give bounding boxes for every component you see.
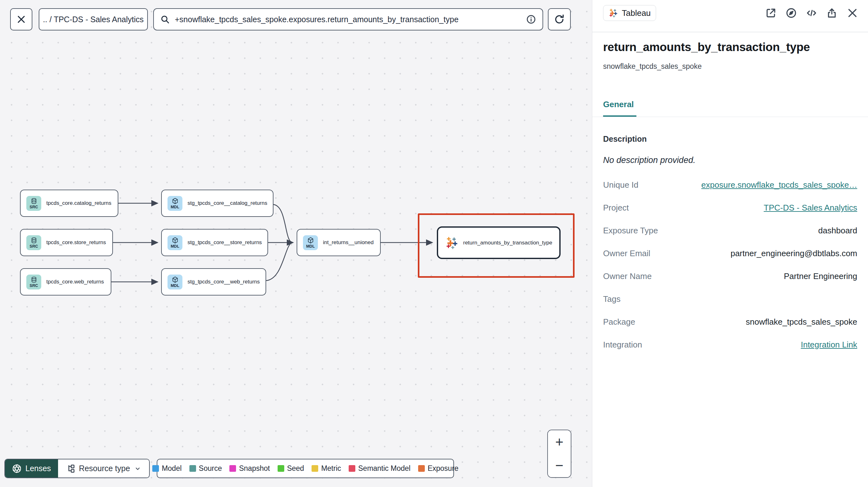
source-badge: SRC — [26, 235, 41, 250]
tableau-badge: Tableau — [603, 5, 656, 21]
integration-link[interactable]: Integration Link — [801, 340, 857, 350]
legend-label: Snapshot — [239, 464, 270, 473]
field-label: Owner Email — [603, 249, 650, 258]
details-fields: Unique Id exposure.snowflake_tpcds_sales… — [603, 173, 857, 356]
field-label: Integration — [603, 340, 642, 350]
zoom-out-button[interactable]: − — [548, 454, 571, 477]
graph-node-source-web-returns[interactable]: SRC tpcds_core.web_returns — [20, 268, 111, 295]
node-label: stg_tpcds_core__store_returns — [187, 239, 262, 246]
node-label: stg_tpcds_core__web_returns — [187, 279, 260, 285]
legend-swatch-snapshot — [229, 465, 236, 472]
graph-node-source-catalog-returns[interactable]: SRC tpcds_core.catalog_returns — [20, 190, 118, 217]
model-badge: MDL — [167, 274, 182, 290]
lenses-button[interactable]: Lenses — [5, 459, 58, 478]
badge-label: MDL — [306, 245, 315, 249]
model-badge: MDL — [303, 235, 318, 250]
legend-item-source: Source — [189, 464, 222, 473]
field-row-tags: Tags — [603, 288, 857, 311]
field-label: Exposure Type — [603, 226, 658, 235]
legend-swatch-seed — [278, 465, 284, 472]
chevron-down-icon — [134, 465, 142, 473]
graph-node-model-stg-web-returns[interactable]: MDL stg_tpcds_core__web_returns — [161, 268, 266, 295]
close-lineage-button[interactable] — [10, 8, 32, 30]
legend-swatch-model — [152, 465, 159, 472]
node-label: stg_tpcds_core__catalog_returns — [187, 200, 267, 206]
field-label: Package — [603, 317, 635, 327]
package-subtitle: snowflake_tpcds_sales_spoke — [603, 62, 702, 71]
legend-label: Exposure — [428, 464, 458, 473]
graph-node-model-stg-store-returns[interactable]: MDL stg_tpcds_core__store_returns — [161, 229, 268, 256]
lenses-icon — [12, 464, 22, 474]
breadcrumb-label: .. / TPC-DS - Sales Analytics — [43, 15, 144, 24]
field-row-owner-email: Owner Email partner_engineering@dbtlabs.… — [603, 242, 857, 265]
info-icon[interactable] — [526, 14, 536, 24]
field-label: Owner Name — [603, 271, 652, 281]
database-icon — [30, 276, 37, 283]
dbt-explorer-app: SRC tpcds_core.catalog_returns SRC tpcds… — [0, 0, 868, 487]
page-title: return_amounts_by_transaction_type — [603, 40, 857, 54]
exposure-type-value: dashboard — [818, 226, 857, 235]
tab-general[interactable]: General — [603, 99, 637, 117]
database-icon — [30, 197, 37, 204]
close-icon — [16, 14, 26, 24]
package-value: snowflake_tpcds_sales_spoke — [746, 317, 857, 327]
model-badge: MDL — [167, 235, 182, 250]
unique-id-link[interactable]: exposure.snowflake_tpcds_sales_spoke… — [702, 180, 857, 190]
graph-node-exposure-return-amounts[interactable]: return_amounts_by_transaction_type — [437, 226, 561, 259]
tabs-divider — [592, 117, 868, 117]
refresh-lineage-button[interactable] — [548, 8, 571, 30]
lineage-search[interactable] — [153, 8, 543, 30]
legend-label: Model — [162, 464, 182, 473]
breadcrumb[interactable]: .. / TPC-DS - Sales Analytics — [39, 8, 148, 30]
tableau-icon — [609, 8, 618, 18]
open-in-new-icon[interactable] — [765, 7, 777, 19]
cube-icon — [307, 237, 314, 244]
lineage-canvas[interactable]: SRC tpcds_core.catalog_returns SRC tpcds… — [0, 0, 592, 487]
explore-compass-icon[interactable] — [785, 7, 797, 19]
field-row-project: Project TPC-DS - Sales Analytics — [603, 196, 857, 219]
cube-icon — [172, 237, 179, 244]
refresh-icon — [554, 14, 565, 25]
tableau-badge-label: Tableau — [622, 8, 651, 18]
graph-node-model-stg-catalog-returns[interactable]: MDL stg_tpcds_core__catalog_returns — [161, 190, 274, 217]
description-empty-text: No description provided. — [603, 155, 695, 165]
share-icon[interactable] — [826, 7, 838, 19]
legend-item-semantic-model: Semantic Model — [349, 464, 410, 473]
badge-label: SRC — [30, 205, 38, 209]
field-row-package: Package snowflake_tpcds_sales_spoke — [603, 311, 857, 333]
legend-swatch-metric — [312, 465, 318, 472]
node-label: tpcds_core.web_returns — [46, 279, 104, 285]
legend-swatch-source — [189, 465, 196, 472]
resource-type-dropdown[interactable]: Resource type — [58, 459, 149, 478]
node-label: tpcds_core.catalog_returns — [46, 200, 111, 206]
search-input[interactable] — [175, 15, 521, 24]
search-icon — [160, 14, 170, 24]
node-label: tpcds_core.store_returns — [46, 239, 106, 246]
lineage-toolbar: Lenses Resource type — [4, 459, 150, 478]
description-heading: Description — [603, 134, 647, 143]
field-row-owner-name: Owner Name Partner Engineering — [603, 265, 857, 288]
details-panel: Tableau return_amounts_by_trans — [592, 0, 868, 487]
source-badge: SRC — [26, 274, 41, 290]
badge-label: MDL — [171, 245, 179, 249]
legend-item-seed: Seed — [278, 464, 304, 473]
code-icon[interactable] — [806, 7, 817, 19]
resource-type-icon — [66, 464, 75, 474]
field-row-unique-id: Unique Id exposure.snowflake_tpcds_sales… — [603, 173, 857, 196]
panel-actions — [765, 7, 859, 19]
resource-type-label: Resource type — [79, 464, 130, 473]
panel-header-divider — [592, 32, 868, 32]
legend-label: Seed — [287, 464, 304, 473]
lenses-label: Lenses — [25, 464, 51, 473]
graph-node-source-store-returns[interactable]: SRC tpcds_core.store_returns — [20, 229, 113, 256]
project-link[interactable]: TPC-DS - Sales Analytics — [764, 203, 857, 213]
graph-node-model-int-returns-unioned[interactable]: MDL int_returns__unioned — [297, 229, 381, 256]
close-panel-icon[interactable] — [846, 7, 859, 19]
zoom-in-button[interactable]: + — [548, 430, 571, 454]
cube-icon — [172, 197, 179, 204]
badge-label: MDL — [171, 205, 179, 209]
legend-label: Source — [199, 464, 222, 473]
badge-label: SRC — [30, 245, 38, 249]
source-badge: SRC — [26, 196, 41, 211]
legend-swatch-exposure — [418, 465, 425, 472]
